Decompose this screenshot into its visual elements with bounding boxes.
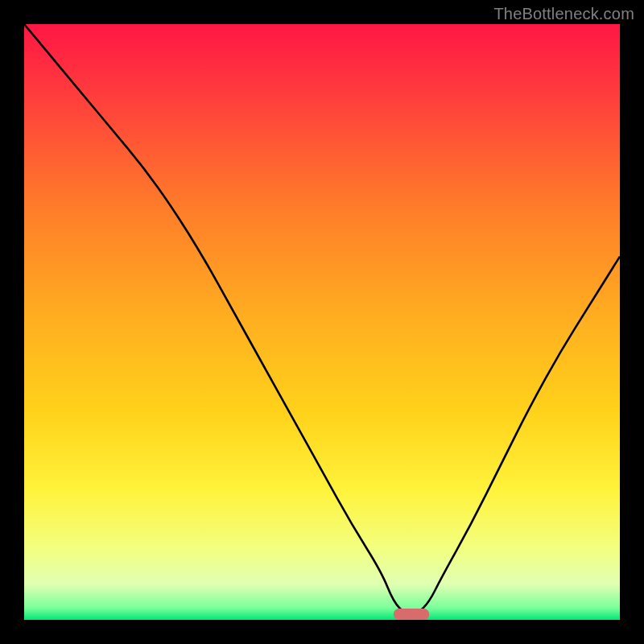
watermark-label: TheBottleneck.com (493, 5, 634, 23)
optimal-marker (394, 609, 429, 620)
bottleneck-chart: TheBottleneck.com (0, 0, 644, 644)
gradient-background (24, 24, 620, 620)
plot-area (24, 24, 620, 620)
chart-svg (24, 24, 620, 620)
